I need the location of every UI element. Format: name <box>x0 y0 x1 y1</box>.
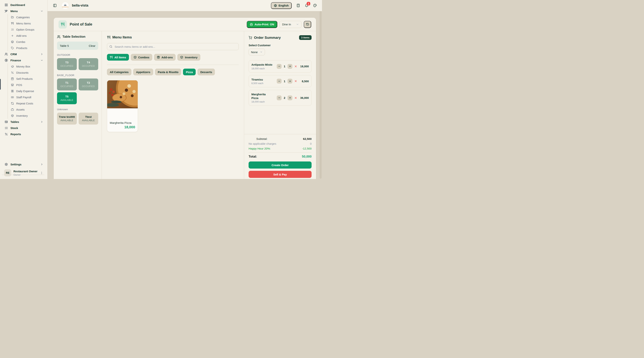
sidebar-item-pos[interactable]: POS <box>8 82 47 88</box>
sidebar-item-combo[interactable]: Combo <box>8 39 47 45</box>
table-status: AVAILABLE <box>60 119 73 122</box>
percent-icon <box>5 133 8 136</box>
menu-items-panel: Menu Items All Items Combos <box>102 31 244 179</box>
sidebar-item-finance[interactable]: Finance <box>0 57 47 63</box>
category-all[interactable]: All Categories <box>107 69 131 75</box>
product-image <box>107 80 138 108</box>
sidebar-item-menu-items[interactable]: Menu Items <box>8 20 47 27</box>
remove-item-button[interactable] <box>294 80 297 83</box>
utensils-crossed-icon <box>5 10 8 13</box>
total-label: Total: <box>248 155 257 159</box>
briefcase-icon <box>11 108 14 111</box>
brand-logo[interactable]: myonlinemenu <box>62 2 69 9</box>
order-type-select[interactable]: Dine In <box>280 21 302 28</box>
category-desserts[interactable]: Desserts <box>198 69 215 75</box>
table-button-t3[interactable]: T3 OCCUPIED <box>57 58 77 70</box>
order-summary-panel: Order Summary 3 items Select Customer No… <box>244 31 316 179</box>
create-order-button[interactable]: Create Order <box>248 161 312 169</box>
history-icon <box>306 23 309 26</box>
sidebar-item-reports[interactable]: Reports <box>0 131 47 137</box>
order-items-list: Antipasto Misto 18,000 each 1 18,000 <box>248 60 312 106</box>
sidebar-item-add-ons[interactable]: Add-ons <box>8 33 47 39</box>
list-checks-icon <box>11 28 14 31</box>
category-pasta-risotto[interactable]: Pasta & Risotto <box>155 69 181 75</box>
sidebar-item-stock[interactable]: Stock <box>0 125 47 131</box>
sidebar-item-categories[interactable]: Categories <box>8 14 47 20</box>
sidebar-item-settings[interactable]: Settings <box>0 161 47 167</box>
sidebar-item-money-box[interactable]: Money Box <box>8 63 47 70</box>
sidebar-item-repeat-costs[interactable]: Repeat Costs <box>8 100 47 107</box>
order-item-qty: 2 <box>284 96 286 99</box>
table-button-t4[interactable]: T4 OCCUPIED <box>79 58 98 70</box>
table-button-t5-selected[interactable]: T5 AVAILABLE <box>57 92 77 104</box>
remove-item-button[interactable] <box>294 65 297 68</box>
increase-qty-button[interactable] <box>288 79 292 84</box>
sidebar-item-assets[interactable]: Assets <box>8 107 47 113</box>
sidebar-item-daily-expense[interactable]: Daily Expense <box>8 88 47 94</box>
sidebar-scrollbar-thumb[interactable] <box>0 79 1 90</box>
order-item-name: Margherita Pizza <box>252 93 272 100</box>
sidebar-item-tables[interactable]: Tables <box>0 119 47 125</box>
product-card-margherita-pizza[interactable]: Margherita Pizza 18,000 <box>107 80 138 132</box>
clear-table-button[interactable]: Clear <box>89 44 96 47</box>
search-input[interactable] <box>107 43 239 50</box>
order-item-total: 8,500 <box>299 80 309 83</box>
decrease-qty-button[interactable] <box>277 79 282 84</box>
selected-table-box: Table 5 Clear <box>57 42 98 50</box>
sidebar-item-label: Sell Products <box>16 77 32 80</box>
autoprint-toggle-button[interactable]: Auto-Print: ON <box>247 21 277 28</box>
notifications-button[interactable]: 1 <box>305 4 308 7</box>
product-price: 18,000 <box>110 125 135 129</box>
language-button[interactable]: English <box>271 2 292 9</box>
table-button-tnew[interactable]: Tnew testtttt AVAILABLE <box>57 113 77 125</box>
plus-icon <box>289 97 291 99</box>
table-status: OCCUPIED <box>82 85 95 88</box>
sidebar-item-discounts[interactable]: Discounts <box>8 70 47 76</box>
order-item-qty: 1 <box>284 80 286 83</box>
sidebar-item-dashboard[interactable]: Dashboard <box>0 2 47 8</box>
sidebar-item-staff-payroll[interactable]: Staff Payroll <box>8 94 47 100</box>
banknote-icon <box>11 96 14 99</box>
sidebar-item-inventory[interactable]: Inventory <box>8 113 47 119</box>
sidebar-item-menu[interactable]: Menu <box>0 8 47 14</box>
filter-inventory[interactable]: Inventory <box>178 54 200 61</box>
sidebar-item-products[interactable]: Products <box>8 45 47 51</box>
order-history-button[interactable] <box>304 21 311 28</box>
palette-icon[interactable] <box>313 4 317 7</box>
table-button-ttest[interactable]: Ttest AVAILABLE <box>79 113 98 125</box>
table-selection-title-text: Table Selection <box>62 35 85 39</box>
decrease-qty-button[interactable] <box>277 96 282 100</box>
list-checks-icon <box>5 126 8 130</box>
calculator-icon[interactable] <box>296 4 300 7</box>
table-name: Ttest <box>85 115 92 118</box>
customer-select[interactable]: None <box>248 49 265 55</box>
increase-qty-button[interactable] <box>288 96 292 100</box>
sidebar-item-option-groups[interactable]: Option Groups <box>8 27 47 33</box>
decrease-qty-button[interactable] <box>277 64 282 69</box>
remove-item-button[interactable] <box>294 96 297 99</box>
minus-icon <box>278 65 280 68</box>
more-vertical-icon[interactable] <box>40 171 43 175</box>
sidebar-item-crm[interactable]: CRM <box>0 51 47 57</box>
table-button-t2[interactable]: T2 OCCUPIED <box>79 79 98 90</box>
user-profile[interactable]: RE Restaurant Owner Owner <box>0 167 47 176</box>
order-item-unit-price: 18,000 each <box>252 67 272 70</box>
page-scrollbar-thumb[interactable] <box>320 11 322 179</box>
sidebar-item-sell-products[interactable]: Sell Products <box>8 76 47 82</box>
increase-qty-button[interactable] <box>288 64 292 69</box>
filter-combos[interactable]: Combos <box>131 54 152 61</box>
filter-all-items[interactable]: All Items <box>107 54 129 61</box>
table-group-label: BASE_FLOOR <box>57 74 98 77</box>
category-pizza[interactable]: Pizza <box>183 69 196 75</box>
sell-and-pay-button[interactable]: Sell & Pay <box>248 171 312 178</box>
circle-dollar-icon <box>5 59 8 62</box>
product-grid: Margherita Pizza 18,000 <box>107 80 239 132</box>
table-button-t1[interactable]: T1 OCCUPIED <box>57 79 77 90</box>
filter-add-ons[interactable]: Add-ons <box>154 54 176 61</box>
layers-icon <box>11 41 14 43</box>
gear-icon <box>5 163 8 166</box>
refresh-icon <box>11 102 14 105</box>
sidebar-toggle-button[interactable] <box>53 4 57 7</box>
category-appetizers[interactable]: Appetizers <box>133 69 153 75</box>
printer-icon <box>250 23 253 26</box>
